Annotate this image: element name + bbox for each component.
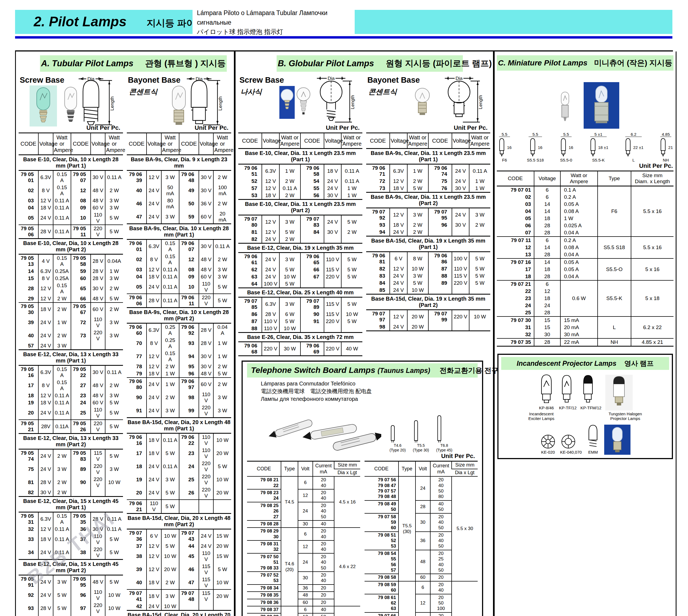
table-row: 4018 V2 W47115 V10 W — [127, 576, 231, 590]
projector-model-label: KP-8/46 — [539, 405, 554, 410]
table-cell: 0.025 A — [560, 222, 597, 229]
table-cell: 3 W — [469, 208, 490, 222]
table-cell: 220 V — [91, 225, 105, 239]
table-cell: 40 — [19, 329, 38, 342]
table-cell: 27 — [71, 379, 91, 392]
table-cell: 0.11 A — [161, 460, 179, 473]
table-cell: 28 V — [199, 337, 213, 350]
table-cell: 5 W — [469, 272, 490, 280]
table-cell: 60 — [71, 275, 91, 282]
table-cell: 3 W — [105, 329, 123, 342]
table-cell: 0.11 A — [105, 171, 123, 184]
table-cell: Watt or Ampere — [560, 171, 597, 186]
table-cell: 6 W — [279, 311, 300, 318]
table-cell: 0.11 A — [161, 294, 179, 308]
table-cell: 12 V — [147, 266, 161, 273]
table-row: 79 05 0628 V0.11 A79 05 11220 V5 W — [19, 225, 123, 239]
table-cell: 84 — [300, 228, 324, 236]
table-cell: 6.8 x 44 — [452, 581, 478, 616]
table-cell: 1 W — [161, 377, 179, 391]
table-row: 79 06 716.3V1 W79 06 7424 V0.11 A — [366, 164, 490, 178]
table-cell: 70 — [127, 337, 147, 350]
table-cell: 55 — [300, 185, 324, 192]
table-cell: 79 06 81 — [366, 252, 390, 266]
table-cell: 79 05 16 — [19, 366, 38, 379]
table-cell: 79 08 252627 — [247, 502, 281, 521]
table-cell: 23 — [497, 295, 534, 302]
table-cell: 3 W — [105, 197, 123, 204]
table-cell: 110 V — [262, 325, 279, 333]
table-cell: 5 W — [341, 318, 362, 325]
table-cell: 2040 — [430, 581, 452, 594]
table-cell: 5 W — [213, 563, 231, 576]
table-cell: 2 W — [279, 236, 300, 243]
table-cell: 96 — [428, 221, 452, 228]
table-cell: 73 — [71, 329, 91, 342]
table-cell: T5.5K — [281, 606, 298, 616]
table-row: 146.3V0.25A5928 V1 W — [19, 268, 123, 275]
table-cell: 20 W — [213, 486, 231, 500]
table-cell: 6 — [298, 476, 313, 489]
table-cell: 32 — [19, 526, 38, 533]
data-table: CODEVoltageWatt or AmpereCODEVoltageWatt… — [238, 133, 362, 356]
table-cell: 5 W — [105, 449, 123, 463]
table-cell: 24 V — [147, 377, 161, 391]
table-cell: 06 — [497, 222, 534, 229]
table-cell — [341, 325, 362, 333]
table-row: 6224 V5 W66115 V5 W — [238, 266, 362, 273]
table-cell: 1 W — [279, 164, 300, 178]
table-cell: 02 — [497, 194, 534, 201]
table-cell: 89 — [428, 280, 452, 287]
table-cell: 23 — [71, 392, 91, 399]
table-cell: 39 — [127, 563, 147, 576]
section-c-title: C. Miniature Pilot Lamps — [498, 59, 587, 67]
table-cell: 2040 — [313, 541, 334, 553]
table-cell: 28 V — [91, 275, 105, 282]
table-cell: 24 V — [147, 184, 161, 197]
table-cell: 20 — [313, 592, 334, 599]
table-cell: 0.11 A — [161, 266, 179, 273]
table-cell: 79 07 92 — [366, 208, 390, 222]
unit-per-pc-label: Unit Per Pc. — [495, 162, 676, 171]
table-cell: 6 — [415, 581, 430, 594]
table-cell: 31 — [497, 324, 534, 331]
table-cell: 100 V — [452, 252, 469, 266]
table-cell: 98 — [366, 323, 390, 331]
table-cell: 15 mA — [560, 316, 597, 324]
table-cell: 3 W — [407, 208, 428, 222]
table-cell: 48 V — [91, 295, 105, 303]
table-cell: Base BA-15d, Clear, Dia, 20 x Length 48 … — [127, 513, 231, 529]
table-cell: 0.04A — [105, 254, 123, 268]
table-row: Base BA-15d, Clear, Dia. 19 x Length 35 … — [366, 236, 490, 252]
table-cell: 2 W — [213, 171, 231, 184]
table-cell: 0.05 A — [560, 201, 597, 208]
mini-lamp-diagram: 5.516F6 — [497, 132, 512, 162]
table-cell: 95 — [179, 363, 199, 370]
table-cell: 28 V — [147, 294, 161, 308]
table-cell: 25 — [71, 406, 91, 420]
table-cell: 2 W — [407, 228, 428, 236]
table-cell: 3 W — [407, 272, 428, 280]
table-row: 79 07 0160.1 AF65.5 x 16 — [497, 186, 673, 194]
title-es-ru: Lámpara Piloto o Lámapara Tubular Лампоч… — [197, 8, 350, 27]
table-row: 6324 V10 W67220 V5 W — [238, 273, 362, 280]
table-cell: 4 V — [38, 254, 53, 268]
table-row: 8324 V3 W88115 V5 W — [366, 272, 490, 280]
table-cell: 0.25 A — [161, 337, 179, 350]
table-cell: 26 — [179, 486, 199, 500]
table-cell: Watt or Ampere — [407, 133, 428, 149]
table-cell: 40 — [313, 606, 334, 613]
table-cell: Size mm — [334, 461, 360, 469]
data-table: CODETypeVoltCurrent mASize mmDia x Lgt79… — [247, 461, 360, 616]
mini-lamp-diagram: 6.222 ±1L — [624, 132, 643, 162]
table-cell: 79 07 83 — [300, 215, 324, 229]
table-cell: 93 — [366, 221, 390, 228]
table-row: 79 05 7424 V2 W79 05 83115 V5 W — [19, 449, 123, 463]
table-cell: 6.3V — [262, 164, 279, 178]
table-cell: 96 — [179, 370, 199, 377]
table-cell: 28V — [38, 420, 53, 434]
table-cell: 23 — [179, 447, 199, 460]
table-cell: Base E-10, Clear, Dia. 11 x Length 23.5 … — [238, 200, 362, 215]
table-cell: 6.3V — [38, 171, 53, 184]
table-cell: 79 07 30 — [497, 316, 534, 324]
